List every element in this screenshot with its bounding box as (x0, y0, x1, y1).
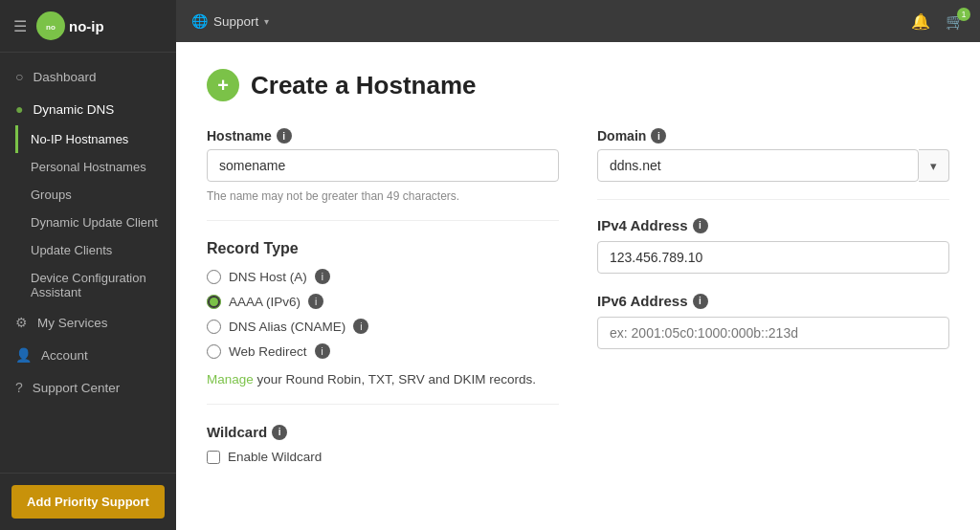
manage-text-suffix: your Round Robin, TXT, SRV and DKIM reco… (257, 372, 536, 386)
radio-item-dns-host[interactable]: DNS Host (A) i (207, 269, 559, 284)
sidebar-item-dashboard[interactable]: ○ Dashboard (0, 60, 176, 93)
sidebar-footer: Add Priority Support (0, 473, 176, 530)
sidebar-sub-item-dynamic-update-client[interactable]: Dynamic Update Client (15, 209, 176, 236)
account-icon: 👤 (15, 347, 32, 363)
radio-dns-host-label: DNS Host (A) (229, 270, 307, 284)
topbar-support: 🌐 Support ▾ (191, 13, 269, 29)
radio-item-web-redirect[interactable]: Web Redirect i (207, 343, 559, 359)
enable-wildcard-checkbox[interactable] (207, 451, 220, 464)
sidebar-item-label: Dashboard (33, 70, 96, 84)
wildcard-info-icon[interactable]: i (272, 425, 287, 440)
wildcard-section: Wildcard i Enable Wildcard (207, 424, 559, 464)
sidebar-item-label: Account (41, 348, 88, 363)
support-globe-icon: 🌐 (191, 13, 208, 29)
sidebar-nav: ○ Dashboard ● Dynamic DNS No-IP Hostname… (0, 53, 176, 473)
support-icon: ? (15, 380, 23, 395)
hostname-info-icon[interactable]: i (277, 128, 292, 144)
domain-label: Domain i (597, 128, 949, 144)
sidebar-sub-label: Device Configuration Assistant (31, 271, 161, 299)
ipv6-input[interactable] (597, 317, 949, 349)
hostname-label: Hostname i (207, 128, 559, 144)
content-area: + Create a Hostname Hostname i The name … (176, 42, 980, 530)
topbar-support-label: Support (213, 14, 258, 29)
domain-select-wrap: ddns.net ▾ (597, 149, 949, 182)
sidebar-item-label: Dynamic DNS (33, 102, 114, 117)
right-column: Domain i ddns.net ▾ IPv4 Address (597, 128, 949, 464)
cname-info-icon[interactable]: i (353, 319, 368, 334)
radio-item-aaaa[interactable]: AAAA (IPv6) i (207, 294, 559, 309)
radio-dns-host[interactable] (207, 270, 221, 284)
sidebar-sub-label: No-IP Hostnames (31, 132, 128, 146)
radio-web-redirect[interactable] (207, 344, 221, 359)
dashboard-icon: ○ (15, 69, 23, 84)
dns-host-info-icon[interactable]: i (315, 269, 330, 284)
sidebar-sub-label: Dynamic Update Client (31, 215, 158, 230)
radio-item-cname[interactable]: DNS Alias (CNAME) i (207, 319, 559, 334)
svg-text:no: no (46, 23, 56, 32)
hostname-group: Hostname i The name may not be greater t… (207, 128, 559, 203)
sidebar-sub-item-personal-hostnames[interactable]: Personal Hostnames (15, 153, 176, 181)
sidebar-item-dynamic-dns[interactable]: ● Dynamic DNS (0, 93, 176, 125)
web-redirect-info-icon[interactable]: i (315, 343, 330, 359)
ipv6-info-icon[interactable]: i (693, 294, 708, 309)
ipv4-label: IPv4 Address i (597, 217, 949, 233)
create-icon: + (207, 69, 239, 101)
notification-bell-icon[interactable]: 🔔 (911, 12, 930, 31)
manage-link[interactable]: Manage (207, 372, 254, 386)
page-header: + Create a Hostname (207, 69, 949, 101)
sidebar-sub-menu: No-IP Hostnames Personal Hostnames Group… (0, 125, 176, 306)
ipv6-label: IPv6 Address i (597, 293, 949, 309)
sidebar-sub-item-noip-hostnames[interactable]: No-IP Hostnames (15, 125, 176, 153)
left-column: Hostname i The name may not be greater t… (207, 128, 559, 464)
cart-badge: 1 (957, 8, 970, 21)
sidebar-sub-label: Groups (31, 188, 72, 202)
aaaa-info-icon[interactable]: i (308, 294, 323, 309)
logo-icon: no (36, 11, 65, 40)
main-area: 🌐 Support ▾ 🔔 🛒 1 + Create a Hostname Ho… (176, 0, 980, 530)
sidebar-header: ☰ no no-ip (0, 0, 176, 53)
logo: no no-ip (36, 11, 104, 40)
sidebar-item-my-services[interactable]: ⚙ My Services (0, 306, 176, 339)
manage-text-container: Manage your Round Robin, TXT, SRV and DK… (207, 372, 559, 386)
domain-group: Domain i ddns.net ▾ (597, 128, 949, 182)
sidebar: ☰ no no-ip ○ Dashboard ● Dynamic DNS No-… (0, 0, 176, 530)
topbar-chevron-icon: ▾ (264, 16, 269, 27)
domain-info-icon[interactable]: i (651, 128, 666, 144)
ipv4-info-icon[interactable]: i (693, 218, 708, 233)
sidebar-item-support-center[interactable]: ? Support Center (0, 371, 176, 404)
sidebar-item-label: Support Center (33, 381, 121, 395)
sidebar-sub-item-device-config[interactable]: Device Configuration Assistant (15, 264, 176, 306)
domain-select[interactable]: ddns.net (597, 149, 919, 182)
cart-icon[interactable]: 🛒 1 (946, 12, 965, 31)
dynamic-dns-icon: ● (15, 101, 23, 117)
my-services-icon: ⚙ (15, 315, 28, 330)
wildcard-label: Wildcard i (207, 424, 559, 440)
sidebar-sub-label: Personal Hostnames (31, 160, 146, 174)
domain-chevron-button[interactable]: ▾ (919, 149, 949, 182)
hostname-hint: The name may not be greater than 49 char… (207, 189, 559, 203)
topbar: 🌐 Support ▾ 🔔 🛒 1 (176, 0, 980, 42)
sidebar-item-account[interactable]: 👤 Account (0, 339, 176, 371)
sidebar-sub-label: Update Clients (31, 243, 112, 257)
sidebar-sub-item-update-clients[interactable]: Update Clients (15, 236, 176, 264)
radio-cname[interactable] (207, 320, 221, 334)
page-title: Create a Hostname (251, 71, 477, 100)
hostname-input[interactable] (207, 149, 559, 182)
ipv4-section: IPv4 Address i (597, 217, 949, 274)
sidebar-item-label: My Services (37, 316, 108, 330)
radio-cname-label: DNS Alias (CNAME) (229, 320, 345, 334)
radio-aaaa[interactable] (207, 295, 221, 309)
hamburger-icon[interactable]: ☰ (13, 17, 27, 35)
enable-wildcard-checkbox-item[interactable]: Enable Wildcard (207, 450, 559, 464)
add-priority-button[interactable]: Add Priority Support (11, 485, 165, 519)
ipv6-section: IPv6 Address i (597, 293, 949, 349)
record-type-section: Record Type DNS Host (A) i AAAA (IPv6) i (207, 240, 559, 386)
form-layout: Hostname i The name may not be greater t… (207, 128, 949, 464)
record-type-label: Record Type (207, 240, 559, 257)
radio-aaaa-label: AAAA (IPv6) (229, 295, 301, 309)
sidebar-sub-item-groups[interactable]: Groups (15, 181, 176, 209)
enable-wildcard-label: Enable Wildcard (228, 450, 322, 464)
record-type-radio-group: DNS Host (A) i AAAA (IPv6) i DNS Alias (… (207, 269, 559, 359)
ipv4-input[interactable] (597, 241, 949, 274)
topbar-right: 🔔 🛒 1 (911, 12, 965, 31)
